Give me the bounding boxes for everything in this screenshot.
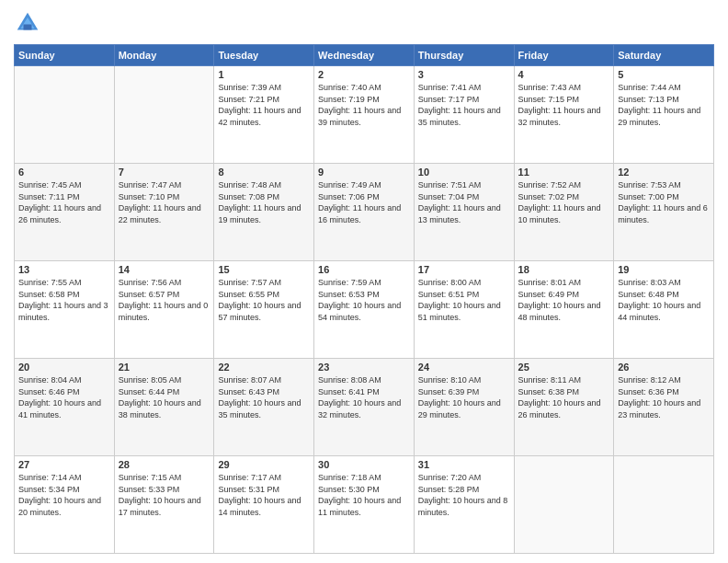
day-info: Sunrise: 7:15 AM Sunset: 5:33 PM Dayligh…: [119, 472, 210, 518]
day-info: Sunrise: 8:11 AM Sunset: 6:38 PM Dayligh…: [518, 374, 610, 420]
weekday-header-thursday: Thursday: [414, 45, 514, 66]
svg-rect-2: [24, 25, 32, 30]
day-info: Sunrise: 7:14 AM Sunset: 5:34 PM Dayligh…: [18, 472, 110, 518]
calendar-cell: 9Sunrise: 7:49 AM Sunset: 7:06 PM Daylig…: [314, 164, 415, 261]
calendar-cell: 1Sunrise: 7:39 AM Sunset: 7:21 PM Daylig…: [214, 66, 314, 164]
day-number: 30: [318, 459, 410, 470]
weekday-header-sunday: Sunday: [15, 45, 115, 66]
calendar-cell: 8Sunrise: 7:48 AM Sunset: 7:08 PM Daylig…: [214, 164, 314, 261]
calendar-cell: 24Sunrise: 8:10 AM Sunset: 6:39 PM Dayli…: [414, 359, 514, 456]
day-info: Sunrise: 7:17 AM Sunset: 5:31 PM Dayligh…: [218, 472, 310, 518]
calendar-cell: 26Sunrise: 8:12 AM Sunset: 6:36 PM Dayli…: [614, 359, 714, 456]
day-info: Sunrise: 8:05 AM Sunset: 6:44 PM Dayligh…: [119, 374, 210, 420]
week-row-1: 1Sunrise: 7:39 AM Sunset: 7:21 PM Daylig…: [15, 66, 714, 164]
day-number: 4: [518, 69, 610, 80]
day-info: Sunrise: 7:20 AM Sunset: 5:28 PM Dayligh…: [418, 472, 510, 518]
day-info: Sunrise: 7:18 AM Sunset: 5:30 PM Dayligh…: [318, 472, 410, 518]
calendar-cell: 5Sunrise: 7:44 AM Sunset: 7:13 PM Daylig…: [614, 66, 714, 164]
day-number: 16: [318, 264, 410, 275]
calendar-cell: 11Sunrise: 7:52 AM Sunset: 7:02 PM Dayli…: [514, 164, 614, 261]
calendar: SundayMondayTuesdayWednesdayThursdayFrid…: [14, 44, 714, 554]
day-info: Sunrise: 7:48 AM Sunset: 7:08 PM Dayligh…: [218, 179, 310, 225]
day-number: 10: [418, 167, 510, 178]
day-number: 13: [18, 264, 110, 275]
calendar-cell: 30Sunrise: 7:18 AM Sunset: 5:30 PM Dayli…: [314, 456, 415, 554]
weekday-header-friday: Friday: [514, 45, 614, 66]
logo: [14, 9, 45, 37]
weekday-header-tuesday: Tuesday: [214, 45, 314, 66]
day-number: 19: [618, 264, 710, 275]
calendar-cell: [514, 456, 614, 554]
week-row-4: 20Sunrise: 8:04 AM Sunset: 6:46 PM Dayli…: [15, 359, 714, 456]
calendar-cell: 10Sunrise: 7:51 AM Sunset: 7:04 PM Dayli…: [414, 164, 514, 261]
day-number: 17: [418, 264, 510, 275]
day-number: 11: [518, 167, 610, 178]
calendar-cell: 3Sunrise: 7:41 AM Sunset: 7:17 PM Daylig…: [414, 66, 514, 164]
day-number: 24: [418, 362, 510, 373]
day-number: 22: [218, 362, 310, 373]
calendar-cell: 15Sunrise: 7:57 AM Sunset: 6:55 PM Dayli…: [214, 261, 314, 359]
day-info: Sunrise: 8:03 AM Sunset: 6:48 PM Dayligh…: [618, 277, 710, 323]
calendar-cell: 14Sunrise: 7:56 AM Sunset: 6:57 PM Dayli…: [114, 261, 214, 359]
calendar-cell: [114, 66, 214, 164]
day-number: 28: [119, 459, 210, 470]
day-info: Sunrise: 7:59 AM Sunset: 6:53 PM Dayligh…: [318, 277, 410, 323]
weekday-header-monday: Monday: [114, 45, 214, 66]
day-number: 1: [218, 69, 310, 80]
calendar-cell: 27Sunrise: 7:14 AM Sunset: 5:34 PM Dayli…: [15, 456, 115, 554]
calendar-cell: [15, 66, 115, 164]
day-info: Sunrise: 7:57 AM Sunset: 6:55 PM Dayligh…: [218, 277, 310, 323]
page: SundayMondayTuesdayWednesdayThursdayFrid…: [0, 0, 728, 563]
calendar-cell: 20Sunrise: 8:04 AM Sunset: 6:46 PM Dayli…: [15, 359, 115, 456]
calendar-cell: 4Sunrise: 7:43 AM Sunset: 7:15 PM Daylig…: [514, 66, 614, 164]
calendar-cell: 22Sunrise: 8:07 AM Sunset: 6:43 PM Dayli…: [214, 359, 314, 456]
day-number: 25: [518, 362, 610, 373]
day-number: 20: [18, 362, 110, 373]
day-number: 15: [218, 264, 310, 275]
calendar-cell: 6Sunrise: 7:45 AM Sunset: 7:11 PM Daylig…: [15, 164, 115, 261]
day-info: Sunrise: 8:04 AM Sunset: 6:46 PM Dayligh…: [18, 374, 110, 420]
day-number: 8: [218, 167, 310, 178]
day-info: Sunrise: 7:56 AM Sunset: 6:57 PM Dayligh…: [119, 277, 210, 323]
day-number: 18: [518, 264, 610, 275]
day-number: 27: [18, 459, 110, 470]
day-info: Sunrise: 7:47 AM Sunset: 7:10 PM Dayligh…: [119, 179, 210, 225]
day-number: 21: [119, 362, 210, 373]
day-info: Sunrise: 7:40 AM Sunset: 7:19 PM Dayligh…: [318, 82, 410, 128]
weekday-header-wednesday: Wednesday: [314, 45, 415, 66]
day-info: Sunrise: 7:51 AM Sunset: 7:04 PM Dayligh…: [418, 179, 510, 225]
week-row-2: 6Sunrise: 7:45 AM Sunset: 7:11 PM Daylig…: [15, 164, 714, 261]
day-number: 26: [618, 362, 710, 373]
day-info: Sunrise: 7:49 AM Sunset: 7:06 PM Dayligh…: [318, 179, 410, 225]
day-info: Sunrise: 8:12 AM Sunset: 6:36 PM Dayligh…: [618, 374, 710, 420]
day-number: 23: [318, 362, 410, 373]
day-info: Sunrise: 7:41 AM Sunset: 7:17 PM Dayligh…: [418, 82, 510, 128]
day-info: Sunrise: 7:39 AM Sunset: 7:21 PM Dayligh…: [218, 82, 310, 128]
weekday-header-row: SundayMondayTuesdayWednesdayThursdayFrid…: [15, 45, 714, 66]
day-number: 9: [318, 167, 410, 178]
day-info: Sunrise: 7:45 AM Sunset: 7:11 PM Dayligh…: [18, 179, 110, 225]
calendar-cell: 2Sunrise: 7:40 AM Sunset: 7:19 PM Daylig…: [314, 66, 415, 164]
logo-icon: [14, 9, 41, 37]
week-row-5: 27Sunrise: 7:14 AM Sunset: 5:34 PM Dayli…: [15, 456, 714, 554]
weekday-header-saturday: Saturday: [614, 45, 714, 66]
day-info: Sunrise: 7:43 AM Sunset: 7:15 PM Dayligh…: [518, 82, 610, 128]
calendar-cell: 21Sunrise: 8:05 AM Sunset: 6:44 PM Dayli…: [114, 359, 214, 456]
calendar-cell: 25Sunrise: 8:11 AM Sunset: 6:38 PM Dayli…: [514, 359, 614, 456]
day-info: Sunrise: 8:10 AM Sunset: 6:39 PM Dayligh…: [418, 374, 510, 420]
day-info: Sunrise: 7:52 AM Sunset: 7:02 PM Dayligh…: [518, 179, 610, 225]
day-number: 7: [119, 167, 210, 178]
day-number: 31: [418, 459, 510, 470]
day-info: Sunrise: 7:55 AM Sunset: 6:58 PM Dayligh…: [18, 277, 110, 323]
day-number: 12: [618, 167, 710, 178]
calendar-cell: 23Sunrise: 8:08 AM Sunset: 6:41 PM Dayli…: [314, 359, 415, 456]
calendar-cell: 7Sunrise: 7:47 AM Sunset: 7:10 PM Daylig…: [114, 164, 214, 261]
day-number: 14: [119, 264, 210, 275]
day-info: Sunrise: 8:08 AM Sunset: 6:41 PM Dayligh…: [318, 374, 410, 420]
calendar-cell: 13Sunrise: 7:55 AM Sunset: 6:58 PM Dayli…: [15, 261, 115, 359]
week-row-3: 13Sunrise: 7:55 AM Sunset: 6:58 PM Dayli…: [15, 261, 714, 359]
calendar-cell: 18Sunrise: 8:01 AM Sunset: 6:49 PM Dayli…: [514, 261, 614, 359]
day-info: Sunrise: 7:53 AM Sunset: 7:00 PM Dayligh…: [618, 179, 710, 225]
day-info: Sunrise: 8:00 AM Sunset: 6:51 PM Dayligh…: [418, 277, 510, 323]
day-info: Sunrise: 8:01 AM Sunset: 6:49 PM Dayligh…: [518, 277, 610, 323]
